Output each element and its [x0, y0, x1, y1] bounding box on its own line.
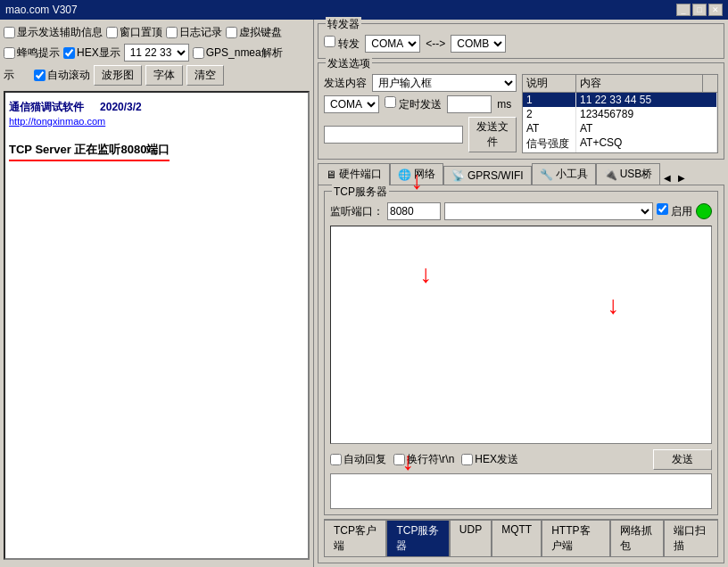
app-title-text: 通信猫调试软件 2020/3/2	[9, 100, 304, 115]
from-port-select[interactable]: COMA COMB COM1	[365, 35, 420, 53]
hex-display-label[interactable]: HEX显示	[63, 45, 120, 61]
bottom-tab-capture[interactable]: 网络抓包	[610, 520, 665, 557]
hex-value-select[interactable]: 11 22 33	[124, 44, 189, 62]
window-tile-label[interactable]: 窗口置顶	[106, 25, 162, 40]
toolbar-row-2: 蜂鸣提示 HEX显示 11 22 33 GPS_nmea解析	[4, 42, 310, 63]
tab-nav-left[interactable]: ◀	[660, 171, 674, 185]
log-record-checkbox[interactable]	[166, 27, 178, 38]
send-button[interactable]: 发送	[653, 449, 712, 470]
virtual-keyboard-checkbox[interactable]	[226, 27, 237, 38]
send-text-input[interactable]	[324, 126, 463, 144]
enable-label[interactable]: 启用	[657, 203, 692, 219]
hex-display-checkbox[interactable]	[63, 47, 75, 59]
maximize-button[interactable]: □	[692, 4, 707, 16]
tcp-server-title: TCP服务器	[332, 185, 389, 200]
close-button[interactable]: ✕	[708, 4, 723, 16]
show-send-info-checkbox[interactable]	[4, 27, 15, 38]
bottom-tab-tcp-server[interactable]: TCP服务器	[386, 520, 449, 557]
input-row: 发送文件	[324, 117, 517, 152]
table-row[interactable]: 2 123456789	[523, 107, 717, 121]
forward-row: 转发 COMA COMB COM1 <--> COMB COMA COM1	[324, 35, 718, 53]
minimize-button[interactable]: _	[676, 4, 691, 16]
app-title: mao.com V307	[5, 4, 78, 16]
font-button[interactable]: 字体	[145, 65, 183, 86]
network-icon: 🌐	[398, 168, 411, 181]
bottom-tab-mqtt[interactable]: MQTT	[492, 520, 542, 557]
tab-usb[interactable]: 🔌 USB桥	[596, 163, 661, 185]
auto-scroll-label[interactable]: 自动滚动	[34, 68, 90, 83]
to-port-select[interactable]: COMB COMA COM1	[451, 35, 506, 53]
toolbar-row-3: 示 自动滚动 波形图 字体 清空	[4, 63, 310, 87]
forward-checkbox-label[interactable]: 转发	[324, 36, 360, 52]
virtual-keyboard-label[interactable]: 虚拟键盘	[226, 25, 282, 40]
tcp-server-panel: TCP服务器 监听端口： 启用	[318, 185, 724, 563]
table-row[interactable]: 1 11 22 33 44 55	[523, 93, 717, 107]
window-tile-checkbox[interactable]	[106, 27, 118, 38]
auto-reply-label[interactable]: 自动回复	[330, 452, 386, 467]
gps-checkbox[interactable]	[193, 47, 204, 59]
table-header: 说明 内容	[523, 75, 717, 93]
tab-gprs[interactable]: 📡 GPRS/WIFI	[443, 166, 532, 185]
show-label: 示	[4, 68, 30, 83]
ms-label: ms	[497, 98, 511, 111]
beep-checkbox[interactable]	[4, 47, 15, 59]
main-display-area: 通信猫调试软件 2020/3/2 http://tongxinmao.com T…	[4, 91, 310, 560]
gprs-icon: 📡	[451, 169, 465, 182]
col-content: 内容	[576, 75, 703, 92]
client-list-area	[330, 226, 712, 444]
table-row[interactable]: 信号强度 AT+CSQ	[523, 136, 717, 152]
show-send-info-label[interactable]: 显示发送辅助信息	[4, 25, 103, 40]
red-underline	[9, 160, 170, 161]
tab-network[interactable]: 🌐 网络	[390, 163, 443, 185]
hardware-icon: 🖥	[326, 168, 336, 181]
hex-send-checkbox[interactable]	[461, 454, 473, 465]
arrow-text: <-->	[426, 37, 445, 50]
beep-label[interactable]: 蜂鸣提示	[4, 45, 60, 61]
tcp-status-text: TCP Server 正在监听8080端口	[9, 142, 304, 158]
port-select[interactable]: COMA COMB	[324, 95, 379, 113]
log-record-label[interactable]: 日志记录	[166, 25, 222, 40]
status-led	[696, 203, 712, 219]
bottom-tab-scan[interactable]: 端口扫描	[664, 520, 718, 557]
tab-tools[interactable]: 🔧 小工具	[532, 163, 596, 185]
send-content-select[interactable]: 用户输入框 文件内容	[372, 74, 517, 92]
send-options-title: 发送选项	[326, 56, 372, 71]
tab-nav-right[interactable]: ▶	[674, 171, 689, 185]
scroll-col	[703, 75, 717, 92]
bottom-tab-http[interactable]: HTTP客户端	[542, 520, 609, 557]
port-timed-row: COMA COMB 定时发送 1000 ms	[324, 95, 517, 113]
enable-checkbox[interactable]	[657, 203, 668, 215]
table-row[interactable]: AT AT	[523, 121, 717, 136]
bottom-tab-bar: TCP客户端 TCP服务器 UDP MQTT HTTP客户端 网络抓包 端口扫描	[324, 519, 718, 557]
bottom-tab-tcp-client[interactable]: TCP客户端	[324, 520, 386, 557]
hex-send-label[interactable]: HEX发送	[461, 452, 518, 467]
app-info: 通信猫调试软件 2020/3/2 http://tongxinmao.com	[9, 100, 304, 127]
send-input-row	[330, 473, 712, 509]
listen-port-label: 监听端口：	[330, 204, 384, 219]
auto-reply-checkbox[interactable]	[330, 454, 342, 465]
send-data-input[interactable]	[330, 473, 712, 509]
quick-send-table: 说明 内容 1 11 22 33 44 55 2 123456789 AT	[522, 74, 718, 153]
timed-send-input[interactable]: 1000	[447, 95, 492, 113]
app-link[interactable]: http://tongxinmao.com	[9, 115, 304, 127]
bottom-tab-udp[interactable]: UDP	[450, 520, 492, 557]
forwarder-title: 转发器	[326, 17, 361, 32]
window-controls: _ □ ✕	[676, 4, 723, 16]
waveform-button[interactable]: 波形图	[94, 65, 142, 86]
gps-label[interactable]: GPS_nmea解析	[193, 45, 283, 61]
clear-button[interactable]: 清空	[186, 65, 224, 86]
timed-send-checkbox[interactable]	[385, 96, 396, 108]
listen-port-input[interactable]	[387, 202, 441, 220]
auto-scroll-checkbox[interactable]	[34, 70, 46, 81]
append-newline-label[interactable]: 换行符\r\n	[393, 452, 454, 467]
send-content-row: 发送内容 用户输入框 文件内容	[324, 74, 517, 92]
tab-hardware-port[interactable]: 🖥 硬件端口	[318, 163, 390, 185]
left-panel: 显示发送辅助信息 窗口置顶 日志记录 虚拟键盘 蜂鸣提示 H	[0, 20, 314, 567]
listen-port-select[interactable]	[444, 202, 653, 220]
append-newline-checkbox[interactable]	[393, 454, 405, 465]
forward-checkbox[interactable]	[324, 36, 335, 47]
send-file-button[interactable]: 发送文件	[468, 117, 517, 152]
timed-send-label[interactable]: 定时发送	[385, 96, 442, 112]
tools-icon: 🔧	[540, 168, 553, 181]
listen-port-row: 监听端口： 启用	[330, 202, 712, 220]
